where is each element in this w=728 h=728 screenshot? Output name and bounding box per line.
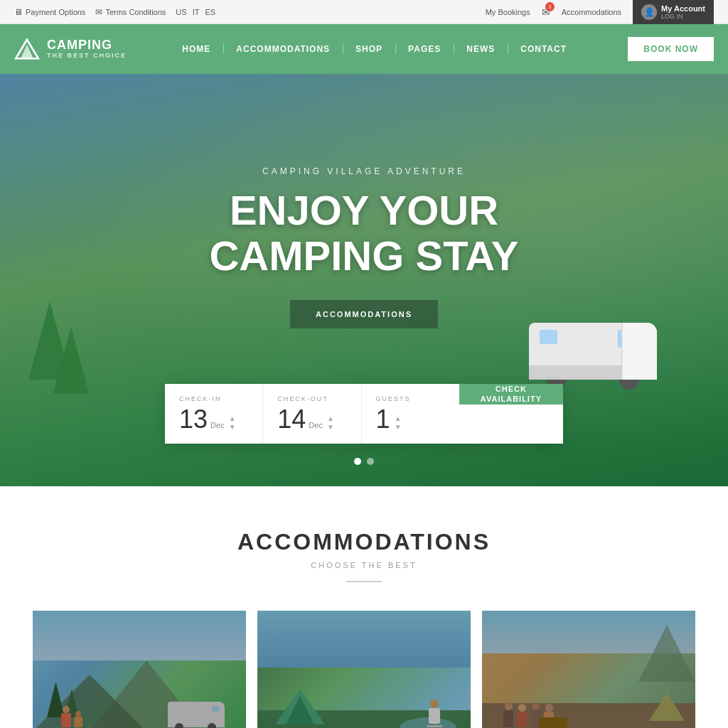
- language-selector: US IT ES: [176, 8, 215, 16]
- nav-accommodations[interactable]: ACCOMMODATIONS: [223, 44, 343, 54]
- checkin-label: CHECK-IN: [179, 395, 222, 402]
- top-bar: 🖥 Payment Options ✉ Terms Conditions US …: [0, 0, 728, 24]
- checkout-arrows[interactable]: ▲ ▼: [326, 415, 336, 431]
- checkout-up-arrow[interactable]: ▲: [326, 415, 336, 422]
- card-overlay-1: [33, 611, 246, 728]
- my-bookings-link[interactable]: My Bookings: [486, 8, 530, 16]
- hero-title-line1: ENJOY YOUR: [230, 187, 498, 233]
- lang-it[interactable]: IT: [193, 8, 200, 16]
- logo-subtitle: THE BEST CHOICE: [47, 53, 127, 60]
- check-availability-button[interactable]: CHECK AVAILABILITY: [459, 384, 563, 405]
- slider-dot-1[interactable]: [354, 458, 361, 465]
- checkout-month: Dec: [309, 421, 323, 429]
- logo-icon: [14, 38, 40, 60]
- slider-dots: [354, 458, 374, 465]
- guests-value-row: 1 ▲ ▼: [376, 407, 403, 432]
- checkin-field[interactable]: CHECK-IN 13 Dec ▲ ▼: [165, 384, 263, 444]
- checkin-month: Dec: [210, 421, 225, 429]
- checkout-label: CHECK-OUT: [277, 395, 328, 402]
- terms-conditions-link[interactable]: ✉ Terms Conditions: [95, 7, 166, 17]
- hero-title-line2: CAMPING STAY: [209, 232, 518, 279]
- rv-decoration: [529, 323, 657, 380]
- payment-options-link[interactable]: 🖥 Payment Options: [14, 7, 85, 17]
- checkout-down-arrow[interactable]: ▼: [326, 424, 336, 431]
- logo-text: CAMPING THE BEST CHOICE: [47, 38, 127, 60]
- accommodation-card-1[interactable]: MOUNTAIN CAMPSITE ★★★: [33, 611, 246, 728]
- account-name: My Account: [661, 4, 705, 13]
- checkout-field[interactable]: CHECK-OUT 14 Dec ▲ ▼: [263, 384, 361, 444]
- booking-bar: CHECK-IN 13 Dec ▲ ▼ CHECK-OUT 14 Dec ▲ ▼: [165, 384, 563, 444]
- guests-up-arrow[interactable]: ▲: [393, 415, 403, 422]
- guests-count: 1: [376, 407, 390, 432]
- checkin-up-arrow[interactable]: ▲: [228, 415, 237, 422]
- accommodations-topbar-link[interactable]: Accommodations: [562, 8, 621, 16]
- accommodation-card-3[interactable]: CARAVAN PARKING ★★★★★: [482, 611, 695, 728]
- hero-tagline: CAMPING VILLAGE ADVENTURE: [0, 166, 728, 176]
- checkout-day: 14: [277, 407, 306, 432]
- top-bar-right: My Bookings ✉ 3 Accommodations 👤 My Acco…: [486, 0, 714, 24]
- accommodation-cards: MOUNTAIN CAMPSITE ★★★: [14, 611, 714, 728]
- nav-news[interactable]: NEWS: [454, 44, 508, 54]
- logo[interactable]: CAMPING THE BEST CHOICE: [14, 38, 128, 60]
- logo-name: CAMPING: [47, 38, 127, 53]
- my-account-button[interactable]: 👤 My Account LOG IN: [633, 0, 714, 24]
- guests-down-arrow[interactable]: ▼: [393, 424, 403, 431]
- accommodations-section: ACCOMMODATIONS CHOOSE THE BEST: [0, 486, 728, 728]
- notifications-icon-wrap[interactable]: ✉ 3: [542, 6, 550, 18]
- card-overlay-3: [482, 611, 695, 728]
- hero-title: ENJOY YOUR CAMPING STAY: [0, 188, 728, 279]
- top-bar-left: 🖥 Payment Options ✉ Terms Conditions US …: [14, 7, 215, 17]
- slider-dot-2[interactable]: [367, 458, 374, 465]
- account-avatar: 👤: [641, 4, 657, 20]
- book-now-button[interactable]: BOOK NOW: [628, 37, 714, 61]
- checkin-down-arrow[interactable]: ▼: [228, 424, 237, 431]
- nav-home[interactable]: HOME: [169, 44, 223, 54]
- nav-links: HOME ACCOMMODATIONS SHOP PAGES NEWS CONT…: [128, 44, 621, 54]
- check-avail-line1: CHECK: [496, 385, 527, 393]
- lang-es[interactable]: ES: [205, 8, 215, 16]
- section-divider: [346, 581, 382, 582]
- lang-us[interactable]: US: [176, 8, 186, 16]
- account-text: My Account LOG IN: [661, 4, 705, 20]
- checkin-arrows[interactable]: ▲ ▼: [228, 415, 237, 431]
- checkin-value-row: 13 Dec ▲ ▼: [179, 407, 237, 432]
- nav-contact[interactable]: CONTACT: [508, 44, 579, 54]
- account-login: LOG IN: [661, 13, 705, 20]
- main-navbar: CAMPING THE BEST CHOICE HOME ACCOMMODATI…: [0, 24, 728, 74]
- card-overlay-2: [257, 611, 471, 728]
- guests-field[interactable]: GUESTS 1 ▲ ▼: [362, 384, 459, 444]
- nav-pages[interactable]: PAGES: [395, 44, 454, 54]
- accommodation-card-2[interactable]: CARAVAN PARKING ★★★★: [257, 611, 471, 728]
- bookings-label: My Bookings: [486, 8, 530, 16]
- guests-label: GUESTS: [376, 395, 411, 402]
- checkin-day: 13: [179, 407, 208, 432]
- nav-shop[interactable]: SHOP: [343, 44, 395, 54]
- accommodations-title: ACCOMMODATIONS: [14, 529, 714, 555]
- notification-badge: 3: [545, 2, 555, 11]
- monitor-icon: 🖥: [14, 7, 23, 17]
- hero-section: CAMPING VILLAGE ADVENTURE ENJOY YOUR CAM…: [0, 74, 728, 486]
- checkout-value-row: 14 Dec ▲ ▼: [277, 407, 336, 432]
- accommodations-subtitle: CHOOSE THE BEST: [14, 561, 714, 569]
- guests-arrows[interactable]: ▲ ▼: [393, 415, 403, 431]
- check-avail-line2: AVAILABILITY: [481, 395, 542, 403]
- hero-content: CAMPING VILLAGE ADVENTURE ENJOY YOUR CAM…: [0, 166, 728, 328]
- hero-cta-button[interactable]: ACCOMMODATIONS: [290, 300, 438, 328]
- mail-icon: ✉: [95, 7, 102, 17]
